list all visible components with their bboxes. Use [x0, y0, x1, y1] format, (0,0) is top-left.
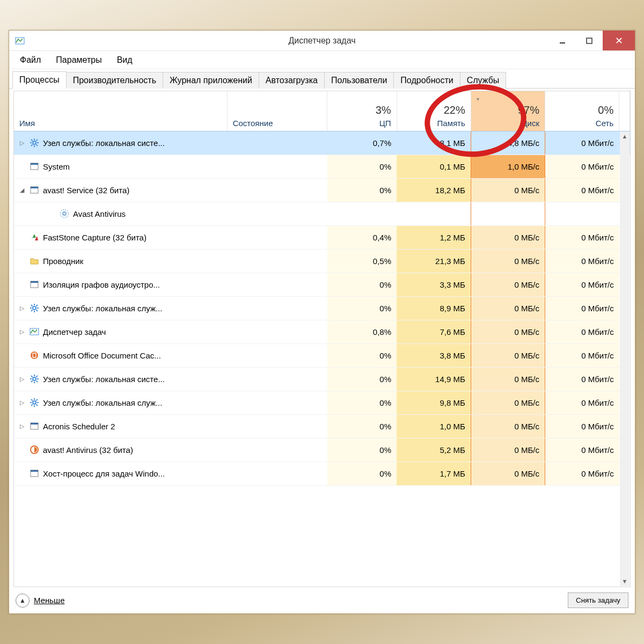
cell-disk: 0 МБ/с: [471, 250, 545, 273]
table-row[interactable]: avast! Antivirus (32 бита)0%5,2 МБ0 МБ/с…: [14, 438, 630, 462]
cell-memory: 48,1 МБ: [397, 131, 471, 155]
cell-state: [227, 438, 327, 462]
process-name: avast! Service (32 бита): [43, 186, 129, 195]
col-cpu[interactable]: 3%ЦП: [327, 91, 397, 131]
col-memory[interactable]: 22%Память: [397, 91, 471, 131]
table-row[interactable]: ▷Узел службы: локальная служ...0%8,9 МБ0…: [14, 297, 630, 320]
cell-disk: 0 МБ/с: [471, 297, 545, 320]
cell-cpu: 0%: [327, 344, 397, 368]
cell-state: [227, 179, 327, 202]
table-row[interactable]: Хост-процесс для задач Windo...0%1,7 МБ0…: [14, 462, 630, 486]
table-row[interactable]: ▷Диспетчер задач0,8%7,6 МБ0 МБ/с0 Мбит/с: [14, 320, 630, 344]
tab-services[interactable]: Службы: [460, 72, 507, 89]
expand-icon[interactable]: ▷: [18, 139, 26, 147]
cell-memory: 7,6 МБ: [397, 320, 471, 344]
table-row[interactable]: ▷Узел службы: локальная систе...0%14,9 М…: [14, 368, 630, 391]
table-row[interactable]: ▷Узел службы: локальная систе...0,7%48,1…: [14, 131, 630, 155]
table-row[interactable]: Avast Antivirus: [14, 202, 630, 226]
disk-label: Диск: [522, 119, 539, 128]
tab-performance[interactable]: Производительность: [66, 72, 163, 89]
menubar: Файл Параметры Вид: [9, 51, 635, 69]
cell-memory: 9,8 МБ: [397, 391, 471, 415]
process-icon: [29, 397, 40, 408]
menu-view[interactable]: Вид: [111, 53, 139, 67]
cell-state: [227, 250, 327, 273]
menu-options[interactable]: Параметры: [49, 53, 108, 67]
table-row[interactable]: Изоляция графов аудиоустро...0%3,3 МБ0 М…: [14, 273, 630, 297]
table-row[interactable]: ▷Acronis Scheduler 20%1,0 МБ0 МБ/с0 Мбит…: [14, 415, 630, 438]
table-row[interactable]: FastStone Capture (32 бита)0,4%1,2 МБ0 М…: [14, 226, 630, 250]
cell-disk: 0 МБ/с: [471, 344, 545, 368]
svg-line-37: [36, 381, 38, 383]
close-button[interactable]: ✕: [603, 31, 635, 50]
cell-network: [545, 202, 619, 226]
col-disk[interactable]: ▾97%Диск: [471, 91, 545, 131]
titlebar[interactable]: Диспетчер задач ✕: [9, 31, 635, 51]
menu-file[interactable]: Файл: [13, 53, 47, 67]
cell-disk: 0 МБ/с: [471, 226, 545, 250]
fewer-label: Меньше: [34, 596, 64, 605]
cell-network: 0 Мбит/с: [545, 438, 619, 462]
process-icon: [29, 444, 40, 455]
table-row[interactable]: ▷Узел службы: локальная служ...0%9,8 МБ0…: [14, 391, 630, 415]
process-icon: [29, 374, 40, 384]
cell-cpu: 0%: [327, 273, 397, 297]
col-state[interactable]: Состояние: [227, 91, 327, 131]
svg-point-3: [33, 141, 36, 144]
end-task-button[interactable]: Снять задачу: [568, 592, 628, 608]
expand-icon[interactable]: ▷: [18, 422, 26, 430]
minimize-button[interactable]: [549, 31, 576, 50]
cell-disk: 4,8 МБ/с: [471, 131, 545, 155]
svg-line-46: [36, 405, 38, 406]
cell-cpu: 0%: [327, 179, 397, 202]
tab-details[interactable]: Подробности: [393, 72, 460, 89]
cell-disk: 0 МБ/с: [471, 462, 545, 486]
svg-rect-13: [31, 163, 38, 165]
expand-icon[interactable]: ▷: [18, 304, 26, 312]
svg-rect-19: [31, 281, 38, 283]
cell-state: [227, 462, 327, 486]
expand-icon[interactable]: ▷: [18, 375, 26, 383]
cell-memory: [397, 202, 471, 226]
scroll-up-icon[interactable]: ▲: [620, 131, 630, 141]
expand-icon[interactable]: ▷: [18, 328, 26, 335]
svg-line-26: [36, 310, 38, 312]
table-row[interactable]: Проводник0,5%21,3 МБ0 МБ/с0 Мбит/с: [14, 250, 630, 273]
cell-state: [227, 297, 327, 320]
col-name[interactable]: Имя: [14, 91, 227, 131]
cell-cpu: 0,4%: [327, 226, 397, 250]
scroll-down-icon[interactable]: ▼: [620, 576, 630, 586]
svg-line-48: [36, 399, 38, 401]
maximize-button[interactable]: [576, 31, 603, 50]
cell-network: 0 Мбит/с: [545, 344, 619, 368]
cell-state: [227, 131, 327, 155]
svg-line-39: [36, 376, 38, 377]
process-icon: [29, 232, 40, 243]
cell-state: [227, 273, 327, 297]
table-row[interactable]: System0%0,1 МБ1,0 МБ/с0 Мбит/с: [14, 155, 630, 179]
cell-state: [227, 415, 327, 438]
svg-point-16: [63, 212, 66, 215]
tab-startup[interactable]: Автозагрузка: [259, 72, 325, 89]
table-row[interactable]: Microsoft Office Document Cac...0%3,8 МБ…: [14, 344, 630, 368]
cell-network: 0 Мбит/с: [545, 297, 619, 320]
col-network[interactable]: 0%Сеть: [545, 91, 619, 131]
process-name: Хост-процесс для задач Windo...: [43, 469, 165, 478]
cell-cpu: 0%: [327, 368, 397, 391]
table-row[interactable]: ◢avast! Service (32 бита)0%18,2 МБ0 МБ/с…: [14, 179, 630, 202]
fewer-details-button[interactable]: ▲ Меньше: [16, 594, 64, 608]
cell-disk: [471, 202, 545, 226]
tab-apphistory[interactable]: Журнал приложений: [163, 72, 259, 89]
expand-icon[interactable]: ▷: [18, 399, 26, 406]
cell-disk: 0 МБ/с: [471, 438, 545, 462]
expand-icon[interactable]: ◢: [18, 186, 26, 194]
tab-users[interactable]: Пользователи: [324, 72, 394, 89]
expand-icon: [18, 233, 26, 241]
scrollbar[interactable]: [620, 131, 630, 586]
cell-disk: 0 МБ/с: [471, 320, 545, 344]
cell-memory: 3,3 МБ: [397, 273, 471, 297]
svg-point-40: [33, 401, 36, 404]
expand-icon: [18, 257, 26, 265]
process-name: Узел службы: локальная систе...: [43, 375, 165, 384]
tab-processes[interactable]: Процессы: [12, 71, 67, 89]
